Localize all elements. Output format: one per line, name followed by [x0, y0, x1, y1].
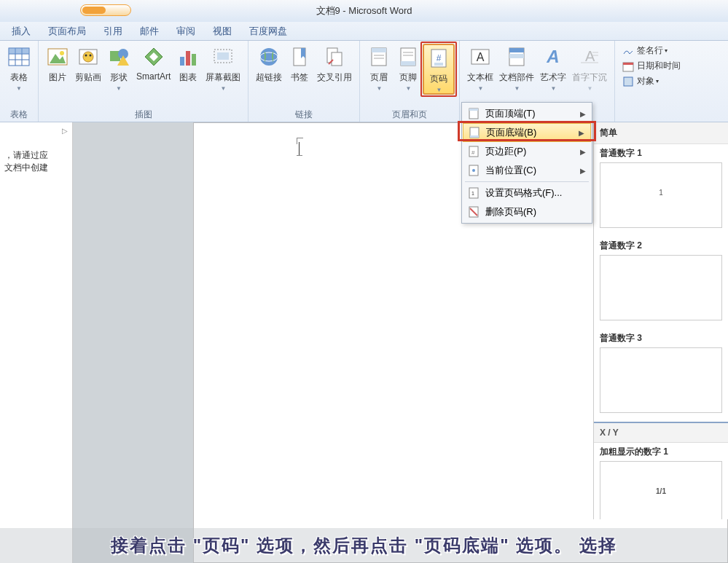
group-tables: 表格 ▼ 表格 [0, 41, 39, 122]
group-illustrations: 图片 剪贴画 形状 ▼ SmartArt 图表 屏幕截图 [39, 41, 248, 122]
gallery-option[interactable]: 普通数字 1 1 [594, 144, 728, 237]
svg-rect-27 [332, 52, 342, 66]
footer-icon [396, 45, 420, 68]
page-margin [73, 122, 193, 563]
svg-rect-53 [469, 109, 478, 111]
svg-text:A: A [547, 47, 560, 66]
preview-plain-3 [600, 347, 722, 413]
screenshot-button[interactable]: 屏幕截图 ▼ [203, 44, 243, 93]
header-button[interactable]: 页眉 ▼ [364, 44, 394, 93]
menu-current-position[interactable]: 当前位置(C) ▶ [462, 161, 592, 180]
quickparts-button[interactable]: 文档部件 ▼ [496, 44, 537, 93]
format-icon: 1 [468, 187, 480, 199]
hyperlink-button[interactable]: 超链接 [253, 44, 285, 85]
gallery-option[interactable]: 普通数字 2 [594, 237, 728, 329]
ribbon-tabs: 插入 页面布局 引用 邮件 审阅 视图 百度网盘 [0, 22, 728, 41]
dropcap-button[interactable]: A 首字下沉 ▼ [569, 44, 610, 93]
svg-rect-36 [431, 50, 446, 67]
menu-separator [465, 181, 589, 182]
menu-page-top[interactable]: 页面顶端(T) ▶ [462, 104, 592, 123]
dropdown-arrow-icon: ▼ [16, 85, 22, 92]
tutorial-caption: 接着点击 "页码" 选项，然后再点击 "页码底端" 选项。 选择 [0, 528, 728, 563]
signature-icon [622, 45, 634, 57]
wordart-button[interactable]: A 艺术字 ▼ [537, 44, 569, 93]
menu-page-margins[interactable]: # 页边距(P) ▶ [462, 142, 592, 161]
svg-rect-51 [624, 77, 633, 86]
bookmark-button[interactable]: 书签 [285, 44, 314, 85]
page-number-button[interactable]: # 页码 ▼ [423, 44, 455, 95]
table-icon [7, 45, 31, 68]
calendar-icon [622, 60, 634, 72]
gallery-option[interactable]: 加粗显示的数字 1 1/1 [594, 443, 728, 519]
svg-text:A: A [477, 51, 485, 63]
tab-mailings[interactable]: 邮件 [131, 25, 168, 38]
tab-references[interactable]: 引用 [95, 25, 131, 38]
svg-rect-22 [217, 52, 229, 60]
text-cursor [299, 142, 300, 155]
datetime-button[interactable]: 日期和时间 [619, 59, 684, 73]
dropdown-arrow-icon: ▼ [587, 85, 592, 92]
gallery-section-xy: X / Y [594, 422, 728, 443]
clipart-button[interactable]: 剪贴画 [72, 44, 104, 85]
svg-text:#: # [437, 53, 442, 63]
object-button[interactable]: 对象▾ [619, 74, 684, 88]
tab-page-layout[interactable]: 页面布局 [39, 25, 95, 38]
tab-review[interactable]: 审阅 [168, 25, 204, 38]
signature-button[interactable]: 签名行▾ [619, 44, 684, 58]
gallery-option[interactable]: 普通数字 3 [594, 329, 728, 422]
preview-plain-2 [600, 255, 722, 320]
svg-rect-43 [509, 54, 524, 58]
svg-rect-18 [180, 57, 184, 66]
tab-baidu[interactable]: 百度网盘 [240, 25, 296, 38]
svg-rect-33 [401, 61, 415, 66]
tab-insert[interactable]: 插入 [3, 25, 39, 38]
svg-rect-38 [434, 63, 443, 66]
picture-button[interactable]: 图片 [43, 44, 72, 85]
dropdown-arrow-icon: ▼ [405, 85, 411, 92]
menu-page-bottom[interactable]: 页面底端(B) ▶ [463, 123, 591, 142]
dropcap-icon: A [578, 45, 601, 68]
gallery-section-simple: 简单 [594, 122, 728, 144]
table-button[interactable]: 表格 ▼ [4, 44, 34, 93]
submenu-arrow-icon: ▶ [579, 129, 584, 137]
chart-button[interactable]: 图表 [173, 44, 203, 85]
page-number-gallery: 简单 普通数字 1 1 普通数字 2 普通数字 3 X / Y 加粗显示的数字 … [593, 122, 728, 519]
dropdown-arrow-icon: ▼ [477, 85, 483, 92]
svg-point-8 [60, 51, 64, 55]
group-header-footer: 页眉 ▼ 页脚 ▼ # 页码 ▼ 页眉和页 [360, 41, 460, 122]
quickparts-icon [505, 45, 528, 68]
chart-icon [176, 45, 200, 68]
window-title: 文档9 - Microsoft Word [316, 4, 412, 17]
shapes-button[interactable]: 形状 ▼ [104, 44, 133, 93]
svg-point-59 [472, 169, 475, 172]
dropdown-arrow-icon: ▼ [376, 85, 382, 92]
svg-point-23 [260, 48, 278, 66]
remove-icon [468, 206, 480, 218]
side-panel: ▷ ，请通过应 文档中创建 [0, 122, 73, 563]
dropdown-arrow-icon: ▼ [436, 87, 442, 93]
svg-rect-50 [623, 63, 633, 65]
smartart-icon [142, 45, 165, 68]
wordart-icon: A [541, 45, 565, 68]
quick-access-indicator [80, 4, 131, 16]
footer-button[interactable]: 页脚 ▼ [394, 44, 423, 93]
crossref-button[interactable]: 交叉引用 [314, 44, 355, 85]
dropdown-arrow-icon: ▼ [220, 85, 226, 92]
preview-bold-1: 1/1 [600, 461, 722, 519]
svg-point-11 [85, 55, 87, 57]
group-text-extras: 签名行▾ 日期和时间 对象▾ [615, 41, 688, 122]
group-links: 超链接 书签 交叉引用 链接 [248, 41, 360, 122]
smartart-button[interactable]: SmartArt [133, 44, 173, 83]
menu-format-page-numbers[interactable]: 1 设置页码格式(F)... [462, 184, 592, 202]
globe-icon [257, 45, 281, 68]
page-icon: # [468, 146, 480, 157]
object-icon [622, 76, 634, 87]
submenu-arrow-icon: ▶ [580, 167, 586, 175]
header-icon [367, 45, 391, 68]
shapes-icon [107, 45, 130, 68]
page-icon [468, 165, 480, 176]
textbox-button[interactable]: A 文本框 ▼ [464, 44, 496, 93]
menu-remove-page-numbers[interactable]: 删除页码(R) [462, 202, 592, 221]
title-bar: 文档9 - Microsoft Word [0, 0, 728, 22]
tab-view[interactable]: 视图 [204, 25, 240, 38]
